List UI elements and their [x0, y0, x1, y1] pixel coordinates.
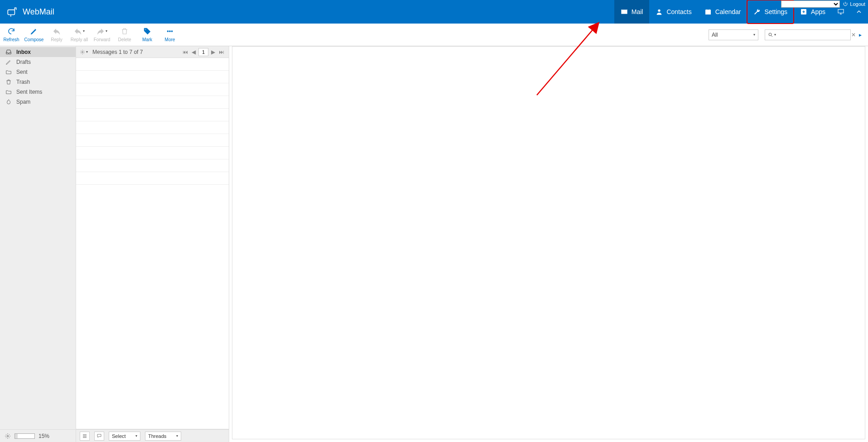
search-icon[interactable]: ▾ — [768, 32, 776, 38]
tag-icon — [143, 27, 151, 35]
refresh-button[interactable]: Refresh — [0, 24, 23, 46]
pager: ⏮ ◀ ▶ ⏭ — [182, 48, 225, 56]
message-list: ▾ Messages 1 to 7 of 7 ⏮ ◀ ▶ ⏭ Select ▾ — [76, 46, 229, 442]
workspace: Inbox Drafts Sent Trash Sent Items Spam … — [0, 46, 868, 442]
reply-label: Reply — [51, 37, 63, 42]
folder-sent[interactable]: Sent — [0, 67, 76, 77]
envelope-icon — [621, 8, 628, 15]
svg-point-5 — [145, 29, 146, 30]
reply-button: Reply — [45, 24, 68, 46]
quota-footer: 15% — [0, 429, 76, 442]
more-label: More — [165, 37, 175, 42]
refresh-icon — [7, 27, 15, 35]
svg-point-11 — [82, 51, 83, 53]
folder-label: Spam — [16, 99, 30, 105]
nav-calendar[interactable]: Calendar — [698, 0, 747, 24]
mailbox-icon — [6, 6, 18, 18]
list-options-button[interactable]: ▾ — [80, 49, 88, 55]
chevron-down-icon: ▾ — [135, 434, 137, 438]
list-layout-button[interactable] — [80, 432, 90, 441]
folder-spam[interactable]: Spam — [0, 97, 76, 107]
refresh-label: Refresh — [3, 37, 19, 42]
trash-icon — [121, 27, 129, 35]
nav-apps-label: Apps — [811, 8, 825, 15]
chevron-down-icon: ▾ — [83, 29, 85, 33]
svg-point-10 — [7, 435, 9, 437]
folder-label: Drafts — [16, 59, 31, 65]
logout-label: Logout — [850, 1, 865, 7]
chevron-up-icon — [855, 8, 863, 15]
conversation-button[interactable] — [94, 432, 104, 441]
folder-open-icon — [5, 69, 12, 75]
svg-point-7 — [169, 31, 171, 32]
folder-label: Sent — [16, 69, 28, 75]
svg-rect-4 — [838, 10, 844, 13]
message-list-body[interactable] — [76, 58, 229, 429]
plus-square-icon — [800, 8, 807, 15]
threads-menu[interactable]: Threads ▾ — [145, 432, 181, 441]
gear-icon[interactable] — [5, 433, 11, 439]
folder-sent-items[interactable]: Sent Items — [0, 87, 76, 97]
toolbar: Refresh Compose Reply ▾ Reply all ▾ Forw… — [0, 24, 868, 46]
mark-label: Mark — [142, 37, 152, 42]
mark-button[interactable]: Mark — [136, 24, 159, 46]
topstrip: Logout — [778, 0, 868, 8]
chevron-down-icon: ▾ — [774, 33, 776, 37]
speech-icon — [96, 433, 102, 439]
nav-mail-label: Mail — [632, 8, 643, 15]
search-input[interactable] — [779, 31, 849, 38]
forward-icon — [96, 27, 105, 35]
topbar: Logout WebMail Mail Contacts Calendar Se… — [0, 0, 868, 24]
search-box[interactable]: ▾ ✕ — [765, 29, 851, 40]
last-page-button[interactable]: ⏭ — [218, 49, 225, 55]
chevron-down-icon: ▾ — [106, 29, 107, 33]
folder-drafts[interactable]: Drafts — [0, 57, 76, 67]
monitor-icon — [837, 8, 844, 15]
chevron-down-icon: ▾ — [86, 50, 88, 54]
more-icon — [166, 27, 174, 35]
quota-bar — [14, 433, 35, 439]
chevron-down-icon: ▾ — [176, 434, 178, 438]
select-menu[interactable]: Select ▾ — [109, 432, 140, 441]
reply-icon — [53, 27, 61, 35]
message-count-label: Messages 1 to 7 of 7 — [92, 49, 177, 55]
prev-page-button[interactable]: ◀ — [191, 49, 197, 55]
folder-label: Trash — [16, 79, 30, 85]
more-button[interactable]: More — [159, 24, 181, 46]
folder-trash[interactable]: Trash — [0, 77, 76, 87]
nav-contacts-label: Contacts — [666, 8, 691, 15]
brand-title: WebMail — [23, 7, 54, 17]
message-list-footer: Select ▾ Threads ▾ — [76, 429, 229, 442]
compose-label: Compose — [24, 37, 44, 42]
page-input[interactable] — [198, 48, 208, 56]
account-select[interactable] — [781, 0, 840, 8]
list-icon — [82, 433, 87, 439]
first-page-button[interactable]: ⏮ — [182, 49, 189, 55]
compose-button[interactable]: Compose — [23, 24, 45, 46]
filter-selected: All — [712, 32, 718, 38]
nav-settings-label: Settings — [764, 8, 787, 15]
fire-icon — [5, 99, 12, 105]
filter-select[interactable]: All ▾ — [709, 29, 758, 40]
gear-icon — [80, 49, 85, 55]
trash-icon — [5, 79, 12, 85]
reply-all-button: ▾ Reply all — [68, 24, 91, 46]
magnifier-icon — [768, 32, 773, 38]
folder-label: Inbox — [16, 49, 31, 55]
reply-all-icon — [74, 27, 82, 35]
nav-calendar-label: Calendar — [715, 8, 741, 15]
folder-inbox[interactable]: Inbox — [0, 47, 76, 57]
brand: WebMail — [0, 0, 61, 24]
clear-icon[interactable]: ✕ — [851, 32, 856, 38]
chevron-down-icon: ▾ — [753, 33, 755, 37]
inbox-icon — [5, 49, 12, 55]
svg-point-9 — [769, 33, 772, 36]
nav-contacts[interactable]: Contacts — [649, 0, 698, 24]
nav-mail[interactable]: Mail — [614, 0, 650, 24]
reply-all-label: Reply all — [71, 37, 88, 42]
expand-search-button[interactable]: ▸ — [857, 32, 863, 38]
next-page-button[interactable]: ▶ — [210, 49, 216, 55]
svg-point-1 — [658, 10, 661, 12]
logout-button[interactable]: Logout — [843, 1, 865, 7]
wrench-icon — [753, 8, 761, 15]
